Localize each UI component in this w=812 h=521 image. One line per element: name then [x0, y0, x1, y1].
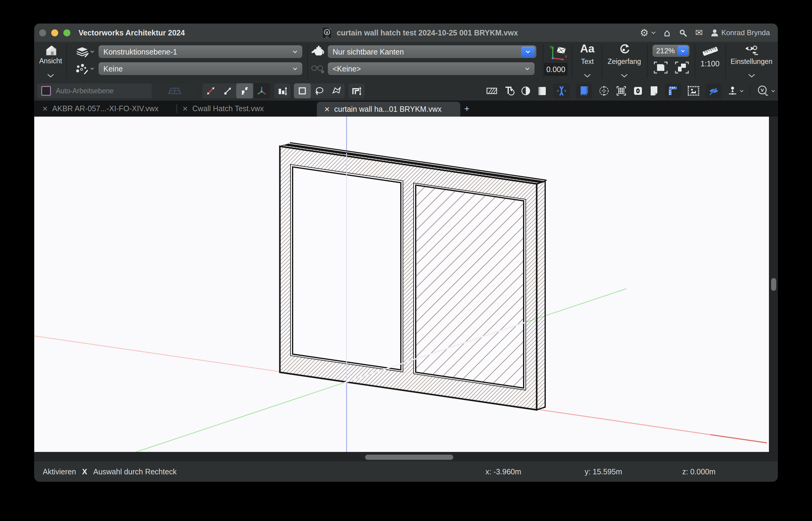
object-height-group	[348, 83, 365, 99]
close-button[interactable]	[39, 29, 46, 36]
zoom-menu-button[interactable]	[677, 46, 688, 56]
stamp-icon[interactable]	[687, 86, 700, 96]
coordinate-y: y: 15.595m	[584, 462, 622, 482]
text-aa-glyph: Aa	[573, 42, 602, 55]
tab-separator	[176, 104, 177, 113]
hide-details-toggle[interactable]	[706, 83, 722, 98]
zoom-button[interactable]	[63, 29, 70, 36]
fit-page-icon[interactable]	[650, 61, 671, 74]
push-pull-group	[274, 83, 291, 99]
chevron-down-icon	[740, 90, 744, 92]
curtain-wall-drawing	[34, 117, 769, 452]
scale-value: 1:100	[695, 59, 725, 68]
classes-chevron-icon[interactable]	[90, 67, 94, 70]
render-mode-select[interactable]: Nur sichtbare Kanten	[328, 45, 536, 58]
plane-rotation-field[interactable]: 0.000	[544, 63, 567, 76]
layers-icon[interactable]	[75, 47, 89, 58]
gear-icon[interactable]: ⚙	[640, 28, 656, 38]
zoom-select[interactable]: 212%	[653, 45, 689, 57]
auto-workplane-group: Auto-Arbeitsebene	[37, 83, 198, 99]
snap-icon	[602, 44, 647, 56]
text-style-button[interactable]: Aa Text	[573, 42, 602, 81]
rulers-toggle[interactable]	[665, 83, 681, 98]
minimize-button[interactable]	[51, 29, 58, 36]
wall-right-side-face	[537, 181, 545, 410]
page-display-icon[interactable]	[537, 86, 547, 96]
vertical-scrollbar[interactable]	[769, 117, 778, 452]
svg-text:V: V	[326, 30, 328, 35]
auto-workplane-checkbox[interactable]	[41, 86, 51, 96]
settings-chevron-icon	[725, 74, 778, 77]
fit-objects-icon[interactable]	[671, 61, 692, 74]
view-house-icon	[37, 44, 65, 57]
sheet-corner-icon[interactable]	[649, 85, 659, 96]
working-plane-icon[interactable]: Y x	[547, 44, 571, 61]
horizontal-scrollbar[interactable]	[34, 452, 778, 462]
render-mode-menu-button[interactable]	[521, 47, 535, 57]
search-icon[interactable]	[678, 28, 687, 37]
horizontal-scrollbar-thumb[interactable]	[365, 455, 453, 460]
scaling-disabled-mode-button[interactable]	[202, 83, 219, 99]
selection-modes	[294, 83, 345, 99]
coordinate-z: z: 0.000m	[682, 462, 715, 482]
classes-icon[interactable]	[75, 64, 89, 74]
scaling-asymmetric-mode-button[interactable]	[236, 83, 253, 99]
tab-cwall-hatch-test[interactable]: ✕ Cwall Hatch Test.vwx	[182, 100, 264, 117]
home-icon[interactable]: ⌂	[664, 27, 670, 38]
object-height-button[interactable]	[348, 83, 365, 99]
chevron-down-icon	[293, 50, 297, 53]
render-mode-value: Nur sichtbare Kanten	[333, 48, 521, 56]
settings-label: Einstellungen	[725, 58, 778, 66]
free-move-icon[interactable]	[598, 85, 610, 97]
close-icon[interactable]: ✕	[324, 106, 330, 113]
layer-select[interactable]: Konstruktionsebene-1	[99, 45, 302, 58]
vertical-scrollbar-thumb[interactable]	[771, 278, 776, 291]
toolbar-separator	[572, 44, 572, 78]
document-proxy[interactable]: V vwx curtain wall hatch test 2024-10-25…	[321, 24, 518, 42]
view-style-select[interactable]: <Keine>	[328, 62, 535, 75]
reference-point-menu[interactable]	[728, 85, 744, 96]
wall-hatch-toggle[interactable]	[576, 83, 592, 98]
view-menu-button[interactable]: Ansicht	[37, 42, 65, 81]
tab-label: Cwall Hatch Test.vwx	[192, 104, 264, 113]
tab-label: curtain wall ha...01 BRYKM.vwx	[334, 105, 442, 114]
drawing-canvas[interactable]	[34, 117, 769, 452]
zoom-value: 212%	[656, 47, 677, 55]
axes-3d-mode-button[interactable]	[253, 83, 270, 99]
close-icon[interactable]: ✕	[182, 105, 188, 113]
close-icon[interactable]: ✕	[42, 105, 48, 113]
vwx-document-icon: V vwx	[321, 26, 332, 39]
curtain-wall	[280, 143, 547, 410]
x-axis-line-left	[34, 336, 280, 372]
interactive-scaling-modes	[202, 83, 271, 99]
mail-icon[interactable]: ✉	[695, 28, 703, 37]
text-label: Text	[573, 58, 602, 66]
vectorworks-badge-menu[interactable]: V	[756, 85, 775, 97]
polygon-select-mode-button[interactable]	[328, 83, 345, 99]
user-account[interactable]: Konrad Brynda	[711, 28, 770, 37]
settings-eye-icon	[725, 44, 778, 56]
scaling-symmetric-mode-button[interactable]	[219, 83, 236, 99]
class-select[interactable]: Keine	[99, 62, 302, 75]
tab-curtain-wall-active[interactable]: ✕ curtain wall ha...01 BRYKM.vwx	[317, 102, 460, 117]
auto-join-walls-toggle[interactable]	[553, 83, 570, 98]
scale-button[interactable]: 1:100	[695, 42, 725, 81]
layers-chevron-icon[interactable]	[90, 50, 94, 53]
new-tab-button[interactable]: +	[464, 100, 470, 117]
tool-hint-desc: Auswahl durch Rechteck	[93, 468, 176, 476]
grid-display-icon[interactable]	[616, 85, 627, 96]
settings-button[interactable]: Einstellungen	[725, 42, 778, 81]
snap-chevron-icon	[602, 74, 647, 77]
hatch-display-icon[interactable]	[486, 86, 497, 95]
x-axis-line-right	[537, 409, 710, 435]
push-pull-button[interactable]	[274, 83, 291, 99]
view-label: Ansicht	[37, 57, 65, 65]
text-display-icon[interactable]	[504, 85, 515, 96]
tab-akbr[interactable]: ✕ AKBR AR-057...-XI-FO-XIV.vwx	[42, 100, 158, 117]
data-bar-icon[interactable]	[633, 86, 643, 96]
workplane-grid-button[interactable]	[152, 83, 198, 99]
snap-settings-button[interactable]: Zeigerfang	[602, 42, 647, 81]
marquee-select-mode-button[interactable]	[294, 83, 311, 99]
contrast-icon[interactable]	[520, 86, 531, 96]
lasso-select-mode-button[interactable]	[311, 83, 328, 99]
